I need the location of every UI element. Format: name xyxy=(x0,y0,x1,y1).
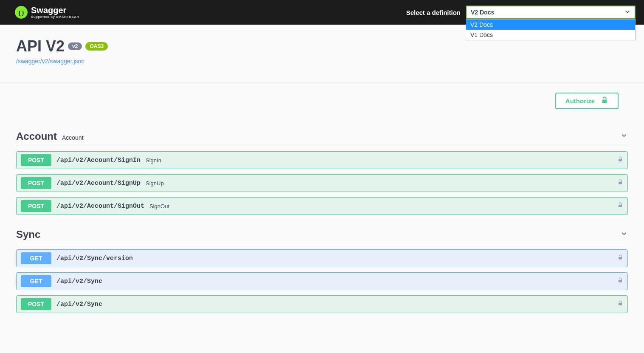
operation-summary: SignIn xyxy=(146,157,161,164)
version-badge: v2 xyxy=(68,42,82,50)
operation-summary: SignUp xyxy=(146,180,164,186)
spec-url-link[interactable]: /swagger/v2/swagger.json xyxy=(16,58,84,65)
svg-rect-6 xyxy=(619,303,622,305)
svg-rect-3 xyxy=(619,205,622,207)
operation-summary: SignOut xyxy=(149,203,169,209)
tag-header-left: AccountAccount xyxy=(16,130,84,142)
operation-row[interactable]: GET/api/v2/Sync xyxy=(16,272,628,290)
unlock-icon xyxy=(601,96,608,105)
svg-rect-5 xyxy=(619,280,622,282)
tag-section: SyncGET/api/v2/Sync/versionGET/api/v2/Sy… xyxy=(16,225,628,313)
tag-description: Account xyxy=(62,134,84,141)
swagger-logo-text: Swagger Supported by SMARTBEAR xyxy=(31,6,79,19)
http-method-badge: POST xyxy=(21,154,51,166)
tag-header[interactable]: AccountAccount xyxy=(16,127,628,146)
definition-selector-area: Select a definition V2 Docs V2 Docs V1 D… xyxy=(406,6,636,19)
operation-row[interactable]: POST/api/v2/Sync xyxy=(16,295,628,313)
definition-selector-label: Select a definition xyxy=(406,9,461,16)
authorize-button-label: Authorize xyxy=(565,97,595,104)
tag-section: AccountAccountPOST/api/v2/Account/SignIn… xyxy=(16,127,628,215)
operation-path: /api/v2/Account/SignIn xyxy=(56,157,141,164)
operation-path: /api/v2/Account/SignUp xyxy=(56,180,141,187)
lock-icon xyxy=(617,277,623,285)
svg-rect-0 xyxy=(602,100,607,103)
tag-header[interactable]: Sync xyxy=(16,225,628,244)
definition-option[interactable]: V2 Docs xyxy=(466,20,635,30)
swagger-logo[interactable]: { } Swagger Supported by SMARTBEAR xyxy=(15,6,79,19)
operation-row[interactable]: GET/api/v2/Sync/version xyxy=(16,249,628,267)
swagger-logo-icon: { } xyxy=(15,6,28,19)
brand-name: Swagger xyxy=(31,6,79,14)
http-method-badge: POST xyxy=(21,177,51,189)
auth-wrap: Authorize xyxy=(0,82,644,117)
lock-icon xyxy=(617,300,623,308)
api-title: API V2 xyxy=(16,37,65,55)
tag-name: Sync xyxy=(16,229,40,240)
topbar: { } Swagger Supported by SMARTBEAR Selec… xyxy=(0,0,644,25)
lock-icon xyxy=(617,156,623,164)
operation-row[interactable]: POST/api/v2/Account/SignOutSignOut xyxy=(16,197,628,215)
tag-header-left: Sync xyxy=(16,229,40,240)
lock-icon xyxy=(617,179,623,187)
svg-rect-4 xyxy=(619,257,622,260)
http-method-badge: POST xyxy=(21,298,51,310)
chevron-down-icon xyxy=(620,132,628,141)
operation-path: /api/v2/Account/SignOut xyxy=(56,203,144,210)
brand-subtitle: Supported by SMARTBEAR xyxy=(31,15,79,19)
operation-row[interactable]: POST/api/v2/Account/SignUpSignUp xyxy=(16,174,628,192)
tag-name: Account xyxy=(16,130,57,142)
svg-rect-2 xyxy=(619,182,622,184)
definition-selector-input[interactable]: V2 Docs xyxy=(466,6,636,19)
operation-row[interactable]: POST/api/v2/Account/SignInSignIn xyxy=(16,151,628,169)
svg-rect-1 xyxy=(619,159,622,161)
definition-dropdown: V2 Docs V1 Docs xyxy=(466,19,636,40)
http-method-badge: GET xyxy=(21,275,51,287)
http-method-badge: GET xyxy=(21,252,51,264)
oas-badge: OAS3 xyxy=(85,42,108,51)
http-method-badge: POST xyxy=(21,200,51,212)
chevron-down-icon xyxy=(620,230,628,239)
definition-option[interactable]: V1 Docs xyxy=(466,30,635,40)
chevron-down-icon xyxy=(624,8,631,17)
lock-icon xyxy=(617,202,623,210)
authorize-button[interactable]: Authorize xyxy=(555,93,619,109)
lock-icon xyxy=(617,254,623,262)
operation-path: /api/v2/Sync xyxy=(56,278,102,285)
definition-selector[interactable]: V2 Docs V2 Docs V1 Docs xyxy=(466,6,636,19)
operation-path: /api/v2/Sync/version xyxy=(56,255,133,262)
operation-path: /api/v2/Sync xyxy=(56,301,102,308)
definition-selected-value: V2 Docs xyxy=(471,9,494,16)
